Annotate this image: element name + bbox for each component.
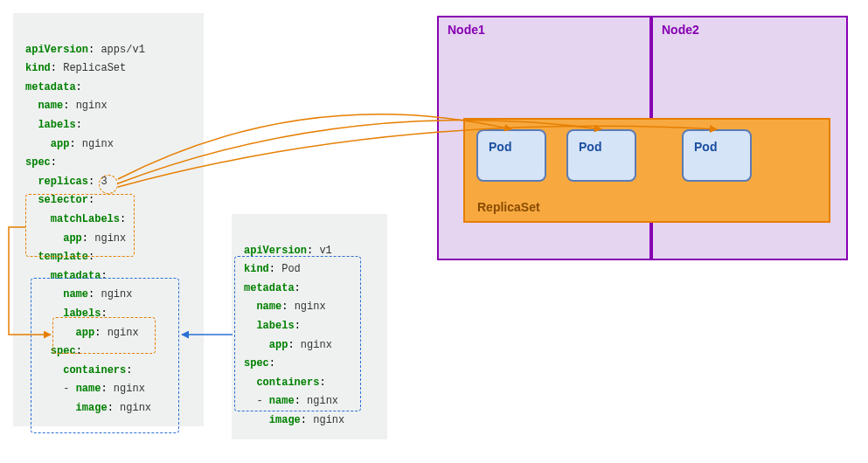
node2-title: Node2 xyxy=(662,23,699,37)
node1-title: Node1 xyxy=(448,23,485,37)
yaml1-l5k: labels xyxy=(38,119,75,131)
yaml1-l4v: nginx xyxy=(76,100,108,112)
yaml1-l6k: app xyxy=(51,138,70,150)
pod-box-3: Pod xyxy=(682,129,752,182)
replicas-circle xyxy=(99,175,118,194)
pod-box-2: Pod xyxy=(566,129,636,182)
yaml1-l1v: apps/v1 xyxy=(101,44,144,56)
pod1-label: Pod xyxy=(489,140,511,154)
yaml1-l1k: apiVersion xyxy=(25,44,88,56)
yaml2-l1v: v1 xyxy=(319,245,331,257)
yaml1-l6v: nginx xyxy=(82,138,114,150)
yaml2-l10k: image xyxy=(269,414,301,426)
pod3-label: Pod xyxy=(694,140,717,154)
template-labels-box xyxy=(52,317,156,354)
yaml1-l2v: ReplicaSet xyxy=(63,62,126,74)
template-box xyxy=(31,278,179,433)
yaml1-l7k: spec xyxy=(25,156,51,169)
yaml1-l8k: replicas xyxy=(38,176,88,188)
pod-spec-box xyxy=(234,256,361,411)
pod-box-1: Pod xyxy=(476,129,546,182)
yaml2-l10v: nginx xyxy=(313,414,344,426)
yaml2-l1k: apiVersion xyxy=(244,245,307,257)
selector-box xyxy=(25,194,135,257)
yaml1-l4k: name xyxy=(38,100,63,112)
yaml1-l2k: kind xyxy=(25,62,51,74)
replicaset-label: ReplicaSet xyxy=(477,200,540,214)
pod2-label: Pod xyxy=(579,140,601,154)
yaml1-l3k: metadata xyxy=(25,81,76,93)
